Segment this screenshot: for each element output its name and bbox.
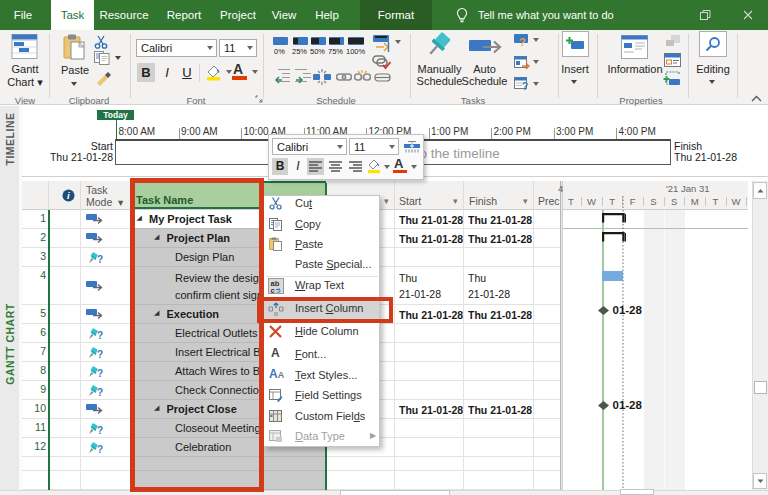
svg-text:i: i (67, 190, 70, 201)
svg-text:?: ? (97, 330, 103, 340)
svg-text:?: ? (97, 425, 103, 435)
svg-text:?: ? (97, 254, 103, 264)
svg-text:?: ? (519, 36, 526, 47)
svg-text:?: ? (97, 368, 103, 378)
svg-text:75%: 75% (328, 47, 343, 56)
svg-text:c: c (271, 285, 275, 294)
svg-text:?: ? (97, 387, 103, 397)
svg-text:25%: 25% (292, 47, 307, 56)
svg-text:?: ? (522, 81, 528, 91)
svg-text:100%: 100% (346, 47, 366, 56)
svg-text:?: ? (97, 349, 103, 359)
svg-text:50%: 50% (310, 47, 325, 56)
svg-text:0%: 0% (274, 47, 285, 56)
svg-text:?: ? (97, 444, 103, 454)
